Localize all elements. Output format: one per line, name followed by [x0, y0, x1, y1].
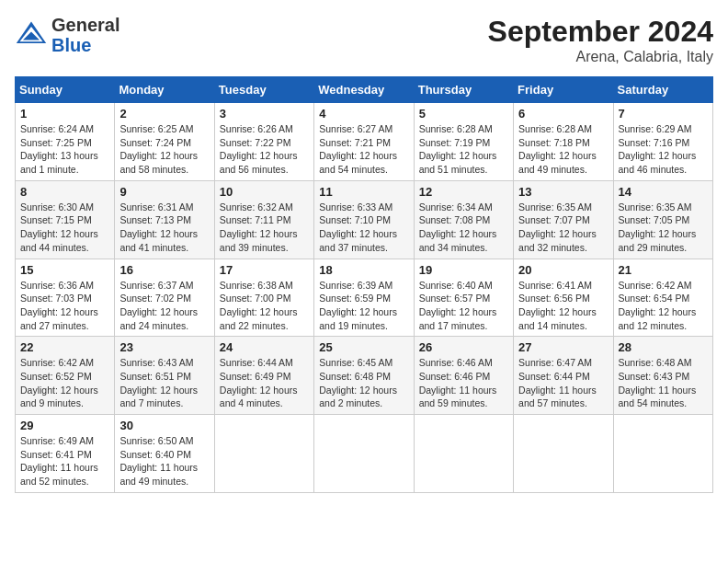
- day-number: 2: [119, 107, 209, 121]
- weekday-header: Wednesday: [314, 77, 414, 103]
- weekday-header: Monday: [115, 77, 214, 103]
- day-info: Sunrise: 6:27 AM Sunset: 7:21 PM Dayligh…: [319, 122, 408, 177]
- day-number: 13: [518, 185, 608, 199]
- day-info: Sunrise: 6:48 AM Sunset: 6:43 PM Dayligh…: [619, 356, 708, 410]
- day-number: 14: [619, 185, 708, 199]
- day-info: Sunrise: 6:42 AM Sunset: 6:52 PM Dayligh…: [20, 356, 109, 410]
- calendar-cell: 22Sunrise: 6:42 AM Sunset: 6:52 PM Dayli…: [16, 337, 115, 415]
- day-info: Sunrise: 6:33 AM Sunset: 7:10 PM Dayligh…: [319, 201, 408, 255]
- calendar-cell: 21Sunrise: 6:42 AM Sunset: 6:54 PM Dayli…: [613, 259, 712, 337]
- calendar-week-row: 15Sunrise: 6:36 AM Sunset: 7:03 PM Dayli…: [16, 259, 713, 337]
- day-info: Sunrise: 6:43 AM Sunset: 6:51 PM Dayligh…: [119, 356, 209, 410]
- weekday-header: Tuesday: [214, 77, 313, 103]
- day-number: 6: [518, 107, 608, 121]
- title-block: September 2024 Arena, Calabria, Italy: [488, 15, 713, 65]
- day-info: Sunrise: 6:40 AM Sunset: 6:57 PM Dayligh…: [419, 279, 508, 333]
- day-number: 8: [20, 185, 109, 199]
- calendar-cell: 7Sunrise: 6:29 AM Sunset: 7:16 PM Daylig…: [613, 103, 712, 181]
- day-info: Sunrise: 6:36 AM Sunset: 7:03 PM Dayligh…: [20, 279, 109, 333]
- calendar-cell: 24Sunrise: 6:44 AM Sunset: 6:49 PM Dayli…: [214, 337, 313, 415]
- calendar-cell: 25Sunrise: 6:45 AM Sunset: 6:48 PM Dayli…: [314, 337, 414, 415]
- day-info: Sunrise: 6:34 AM Sunset: 7:08 PM Dayligh…: [419, 201, 508, 255]
- day-number: 27: [518, 340, 608, 354]
- day-number: 10: [220, 185, 309, 199]
- day-info: Sunrise: 6:49 AM Sunset: 6:41 PM Dayligh…: [20, 434, 109, 488]
- calendar-cell: [414, 415, 513, 493]
- day-number: 5: [419, 107, 508, 121]
- calendar-cell: 19Sunrise: 6:40 AM Sunset: 6:57 PM Dayli…: [414, 259, 513, 337]
- day-info: Sunrise: 6:35 AM Sunset: 7:07 PM Dayligh…: [518, 201, 608, 255]
- page-subtitle: Arena, Calabria, Italy: [488, 49, 713, 65]
- calendar-cell: 9Sunrise: 6:31 AM Sunset: 7:13 PM Daylig…: [115, 180, 214, 259]
- logo: General Blue: [15, 15, 119, 55]
- day-info: Sunrise: 6:39 AM Sunset: 6:59 PM Dayligh…: [319, 279, 408, 333]
- calendar-cell: [314, 415, 414, 493]
- day-number: 24: [220, 340, 309, 354]
- calendar-cell: 20Sunrise: 6:41 AM Sunset: 6:56 PM Dayli…: [514, 259, 613, 337]
- day-info: Sunrise: 6:26 AM Sunset: 7:22 PM Dayligh…: [220, 122, 309, 177]
- day-info: Sunrise: 6:46 AM Sunset: 6:46 PM Dayligh…: [419, 356, 508, 410]
- calendar-cell: 5Sunrise: 6:28 AM Sunset: 7:19 PM Daylig…: [414, 103, 513, 181]
- weekday-header: Sunday: [16, 77, 115, 103]
- day-info: Sunrise: 6:50 AM Sunset: 6:40 PM Dayligh…: [119, 434, 209, 488]
- day-number: 3: [220, 107, 309, 121]
- day-number: 4: [319, 107, 408, 121]
- day-number: 21: [619, 263, 708, 277]
- calendar-cell: 3Sunrise: 6:26 AM Sunset: 7:22 PM Daylig…: [214, 103, 313, 181]
- calendar-cell: 6Sunrise: 6:28 AM Sunset: 7:18 PM Daylig…: [514, 103, 613, 181]
- day-info: Sunrise: 6:41 AM Sunset: 6:56 PM Dayligh…: [518, 279, 608, 333]
- calendar-week-row: 8Sunrise: 6:30 AM Sunset: 7:15 PM Daylig…: [16, 180, 713, 259]
- calendar-cell: [514, 415, 613, 493]
- calendar-cell: 30Sunrise: 6:50 AM Sunset: 6:40 PM Dayli…: [115, 415, 214, 493]
- day-info: Sunrise: 6:47 AM Sunset: 6:44 PM Dayligh…: [518, 356, 608, 410]
- day-info: Sunrise: 6:37 AM Sunset: 7:02 PM Dayligh…: [119, 279, 209, 333]
- day-info: Sunrise: 6:30 AM Sunset: 7:15 PM Dayligh…: [20, 201, 109, 255]
- page-title: September 2024: [488, 15, 713, 49]
- day-info: Sunrise: 6:28 AM Sunset: 7:18 PM Dayligh…: [518, 122, 608, 177]
- calendar-week-row: 22Sunrise: 6:42 AM Sunset: 6:52 PM Dayli…: [16, 337, 713, 415]
- day-number: 18: [319, 263, 408, 277]
- calendar-cell: [613, 415, 712, 493]
- weekday-header: Friday: [514, 77, 613, 103]
- calendar-cell: 16Sunrise: 6:37 AM Sunset: 7:02 PM Dayli…: [115, 259, 214, 337]
- day-info: Sunrise: 6:45 AM Sunset: 6:48 PM Dayligh…: [319, 356, 408, 410]
- day-info: Sunrise: 6:42 AM Sunset: 6:54 PM Dayligh…: [619, 279, 708, 333]
- logo-icon: [15, 18, 48, 52]
- day-number: 1: [20, 107, 109, 121]
- logo-text: General Blue: [51, 15, 119, 55]
- calendar-cell: 2Sunrise: 6:25 AM Sunset: 7:24 PM Daylig…: [115, 103, 214, 181]
- calendar-cell: 29Sunrise: 6:49 AM Sunset: 6:41 PM Dayli…: [16, 415, 115, 493]
- page-header: General Blue September 2024 Arena, Calab…: [15, 15, 713, 65]
- day-info: Sunrise: 6:31 AM Sunset: 7:13 PM Dayligh…: [119, 201, 209, 255]
- day-info: Sunrise: 6:24 AM Sunset: 7:25 PM Dayligh…: [20, 122, 109, 177]
- calendar-week-row: 1Sunrise: 6:24 AM Sunset: 7:25 PM Daylig…: [16, 103, 713, 181]
- calendar-cell: 27Sunrise: 6:47 AM Sunset: 6:44 PM Dayli…: [514, 337, 613, 415]
- day-number: 9: [119, 185, 209, 199]
- day-number: 12: [419, 185, 508, 199]
- weekday-header: Thursday: [414, 77, 513, 103]
- day-number: 17: [220, 263, 309, 277]
- day-number: 25: [319, 340, 408, 354]
- day-number: 23: [119, 340, 209, 354]
- calendar-header-row: SundayMondayTuesdayWednesdayThursdayFrid…: [16, 77, 713, 103]
- day-number: 29: [20, 419, 109, 432]
- calendar-cell: 12Sunrise: 6:34 AM Sunset: 7:08 PM Dayli…: [414, 180, 513, 259]
- weekday-header: Saturday: [613, 77, 712, 103]
- logo-blue: Blue: [51, 35, 91, 55]
- calendar-cell: 18Sunrise: 6:39 AM Sunset: 6:59 PM Dayli…: [314, 259, 414, 337]
- calendar-cell: 10Sunrise: 6:32 AM Sunset: 7:11 PM Dayli…: [214, 180, 313, 259]
- day-number: 15: [20, 263, 109, 277]
- calendar-cell: 23Sunrise: 6:43 AM Sunset: 6:51 PM Dayli…: [115, 337, 214, 415]
- day-number: 28: [619, 340, 708, 354]
- day-number: 22: [20, 340, 109, 354]
- day-info: Sunrise: 6:28 AM Sunset: 7:19 PM Dayligh…: [419, 122, 508, 177]
- calendar-cell: 11Sunrise: 6:33 AM Sunset: 7:10 PM Dayli…: [314, 180, 414, 259]
- day-info: Sunrise: 6:44 AM Sunset: 6:49 PM Dayligh…: [220, 356, 309, 410]
- calendar-cell: 17Sunrise: 6:38 AM Sunset: 7:00 PM Dayli…: [214, 259, 313, 337]
- day-info: Sunrise: 6:25 AM Sunset: 7:24 PM Dayligh…: [119, 122, 209, 177]
- day-number: 30: [119, 419, 209, 432]
- day-number: 11: [319, 185, 408, 199]
- calendar-cell: 4Sunrise: 6:27 AM Sunset: 7:21 PM Daylig…: [314, 103, 414, 181]
- day-number: 20: [518, 263, 608, 277]
- day-number: 26: [419, 340, 508, 354]
